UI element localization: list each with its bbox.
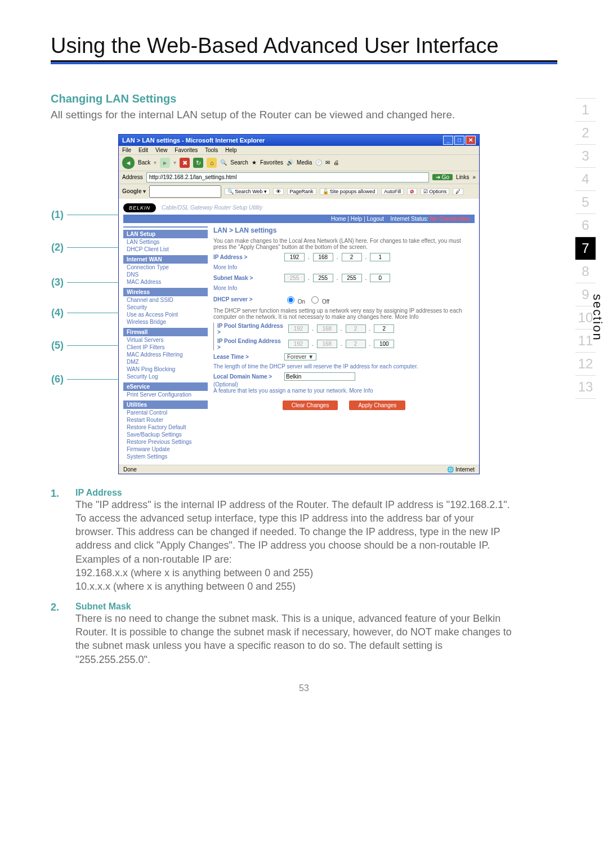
dhcp-off[interactable]: Off [309, 295, 329, 305]
media-label[interactable]: Media [297, 159, 312, 166]
nav-2[interactable]: 2 [575, 122, 596, 145]
dhcp-label: DHCP server > [213, 296, 281, 302]
refresh-icon[interactable]: ↻ [193, 158, 203, 168]
google-pagerank[interactable]: PageRank [287, 188, 316, 195]
link-security-log[interactable]: Security Log [123, 373, 208, 380]
address-input[interactable] [146, 172, 429, 182]
google-options[interactable]: ☑ Options [421, 188, 449, 195]
nav-8[interactable]: 8 [575, 260, 596, 283]
link-restart[interactable]: Restart Router [123, 416, 208, 424]
link-use-as-ap[interactable]: Use as Access Point [123, 311, 208, 318]
google-search-web[interactable]: 🔍 Search Web ▾ [225, 188, 269, 195]
link-virtual-servers[interactable]: Virtual Servers [123, 336, 208, 344]
google-popups[interactable]: 🔓 Site popups allowed [320, 188, 378, 195]
cat-utilities: Utilities [123, 400, 208, 409]
page-number: 53 [51, 683, 557, 693]
minimize-icon[interactable]: _ [443, 136, 453, 145]
link-mac-filtering[interactable]: MAC Address Filtering [123, 351, 208, 358]
menu-tools[interactable]: Tools [205, 147, 218, 153]
nav-1[interactable]: 1 [575, 98, 596, 122]
search-label[interactable]: Search [230, 159, 248, 166]
title-rule [51, 60, 557, 64]
lease-time-select[interactable]: Forever ▼ [284, 353, 316, 360]
link-save-backup[interactable]: Save/Backup Settings [123, 431, 208, 438]
link-channel-ssid[interactable]: Channel and SSID [123, 296, 208, 304]
menu-file[interactable]: File [122, 147, 131, 153]
subnet-more-info[interactable]: More Info [213, 285, 475, 291]
nav-13[interactable]: 13 [575, 376, 596, 399]
ip-oct-2[interactable] [313, 253, 333, 261]
links-label[interactable]: Links [456, 174, 469, 180]
ie-window: (1) (2) (3) (4) (5) (6) LAN > LAN settin… [118, 134, 480, 474]
google-stumble-icon[interactable]: 👁 [273, 188, 284, 195]
mail-icon[interactable]: ✉ [325, 159, 330, 166]
nav-12[interactable]: 12 [575, 353, 596, 376]
nav-4[interactable]: 4 [575, 168, 596, 191]
link-restore-prev[interactable]: Restore Previous Settings [123, 438, 208, 446]
link-connection-type[interactable]: Connection Type [123, 264, 208, 271]
link-mac-address[interactable]: MAC Address [123, 278, 208, 286]
nav-6[interactable]: 6 [575, 214, 596, 237]
link-wireless-bridge[interactable]: Wireless Bridge [123, 318, 208, 326]
link-home[interactable]: Home [331, 216, 346, 222]
link-print-server[interactable]: Print Server Configuration [123, 391, 208, 398]
nav-7[interactable]: 7 [575, 237, 596, 260]
link-dhcp-client-list[interactable]: DHCP Client List [123, 246, 208, 253]
ip-oct-4[interactable] [370, 253, 390, 261]
section1-title: IP Address [75, 488, 512, 498]
google-autofill[interactable]: AutoFill [381, 188, 404, 195]
google-blocked-icon[interactable]: ⊘ [407, 188, 417, 195]
pool-start-4[interactable] [374, 324, 394, 333]
link-lan-settings[interactable]: LAN Settings [123, 238, 208, 246]
nav-5[interactable]: 5 [575, 191, 596, 214]
link-client-ip-filters[interactable]: Client IP Filters [123, 344, 208, 351]
lease-explain: The length of time the DHCP server will … [213, 363, 475, 370]
nav-3[interactable]: 3 [575, 145, 596, 168]
favorites-icon[interactable]: ★ [252, 159, 257, 166]
link-logout[interactable]: Logout [367, 216, 385, 222]
apply-changes-button[interactable]: Apply Changes [349, 400, 405, 410]
internet-status-label: Internet Status: [390, 216, 428, 222]
link-dns[interactable]: DNS [123, 271, 208, 278]
status-strip: Home | Help | Logout Internet Status: No… [123, 215, 475, 223]
google-search-input[interactable] [149, 185, 221, 198]
subnet-oct-3[interactable] [342, 274, 362, 282]
google-highlight-icon[interactable]: 🖊 [453, 188, 463, 195]
menu-view[interactable]: View [155, 147, 168, 153]
close-icon[interactable]: ✕ [466, 136, 476, 145]
subnet-oct-4[interactable] [370, 274, 390, 282]
link-system-settings[interactable]: System Settings [123, 453, 208, 460]
link-security-wireless[interactable]: Security [123, 304, 208, 311]
pool-end-4[interactable] [374, 340, 394, 348]
history-icon[interactable]: 🕘 [315, 159, 322, 166]
dhcp-on[interactable]: On [284, 295, 305, 305]
link-help[interactable]: Help [351, 216, 363, 222]
home-icon[interactable]: ⌂ [207, 158, 217, 168]
subnet-oct-2[interactable] [313, 274, 333, 282]
menu-edit[interactable]: Edit [138, 147, 148, 153]
ip-more-info[interactable]: More Info [213, 264, 475, 270]
link-dmz[interactable]: DMZ [123, 358, 208, 366]
search-icon[interactable]: 🔍 [220, 159, 227, 166]
link-firmware-update[interactable]: Firmware Update [123, 446, 208, 453]
menu-favorites[interactable]: Favorites [175, 147, 198, 153]
link-parental[interactable]: Parental Control [123, 409, 208, 416]
print-icon[interactable]: 🖨 [333, 159, 339, 166]
link-factory-default[interactable]: Restore Factory Default [123, 424, 208, 431]
forward-icon[interactable]: ► [160, 158, 170, 168]
go-button[interactable]: ➔ Go [432, 174, 453, 180]
ip-oct-3[interactable] [342, 253, 362, 261]
favorites-label[interactable]: Favorites [260, 159, 283, 166]
menu-help[interactable]: Help [225, 147, 237, 153]
lead-text: All settings for the internal LAN setup … [51, 108, 479, 123]
lease-label: Lease Time > [213, 354, 281, 360]
media-icon[interactable]: 🔊 [287, 159, 293, 166]
link-wan-ping[interactable]: WAN Ping Blocking [123, 366, 208, 373]
maximize-icon[interactable]: □ [454, 136, 464, 145]
stop-icon[interactable]: ✖ [180, 158, 190, 168]
ip-oct-1[interactable] [284, 253, 305, 261]
domain-input[interactable] [284, 372, 355, 381]
clear-changes-button[interactable]: Clear Changes [283, 400, 338, 410]
back-label[interactable]: Back [138, 159, 150, 166]
back-icon[interactable]: ◄ [122, 157, 135, 169]
